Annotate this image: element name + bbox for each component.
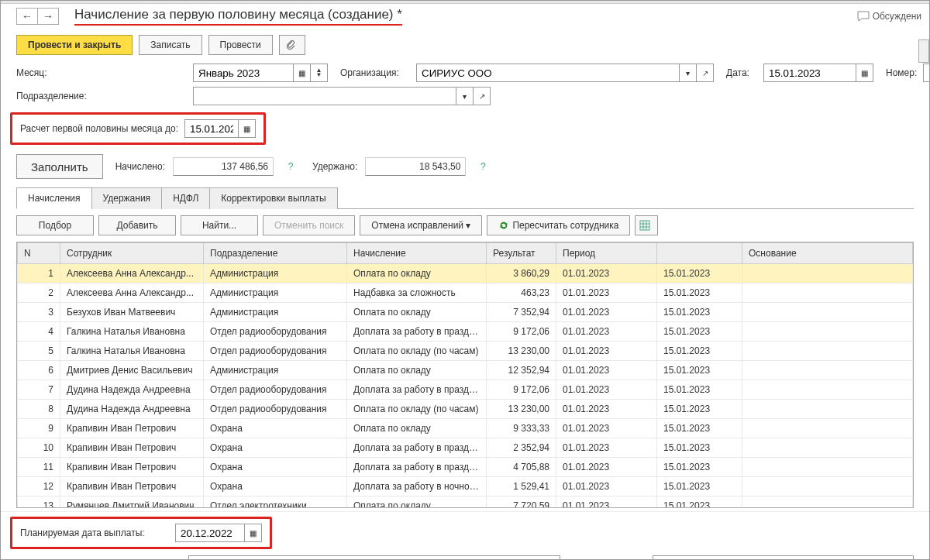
chat-icon xyxy=(857,11,870,22)
table-row[interactable]: 4Галкина Наталья ИвановнаОтдел радиообор… xyxy=(18,322,913,342)
table-row[interactable]: 12Крапивин Иван ПетровичОхранаДоплата за… xyxy=(18,477,913,496)
side-panel-toggle[interactable] xyxy=(918,40,929,63)
table-row[interactable]: 5Галкина Наталья ИвановнаОтдел радиообор… xyxy=(18,342,913,361)
col-department[interactable]: Подразделение xyxy=(204,243,347,264)
accruals-table[interactable]: N Сотрудник Подразделение Начисление Рез… xyxy=(16,242,914,508)
col-n[interactable]: N xyxy=(18,243,60,264)
table-row[interactable]: 2Алексеева Анна Александр...Администраци… xyxy=(18,283,913,303)
table-row[interactable]: 1Алексеева Анна Александр...Администраци… xyxy=(18,264,913,283)
table-row[interactable]: 3Безухов Иван МатвеевичАдминистрацияОпла… xyxy=(18,303,913,322)
number-label: Номер: xyxy=(886,67,917,78)
month-spinner[interactable]: ▲▼ xyxy=(311,64,328,82)
planned-date-calendar-button[interactable]: ▦ xyxy=(245,524,262,542)
col-accrual[interactable]: Начисление xyxy=(347,243,487,264)
calc-until-label: Расчет первой половины месяца до: xyxy=(20,123,178,134)
save-button[interactable]: Записать xyxy=(139,35,202,55)
month-label: Месяц: xyxy=(16,67,86,78)
table-row[interactable]: 7Дудина Надежда АндреевнаОтдел радиообор… xyxy=(18,380,913,400)
tabs: Начисления Удержания НДФЛ Корректировки … xyxy=(16,187,914,209)
department-dropdown-button[interactable]: ▾ xyxy=(456,87,474,105)
table-row[interactable]: 6Дмитриев Денис ВасильевичАдминистрацияО… xyxy=(18,361,913,380)
org-dropdown-button[interactable]: ▾ xyxy=(680,64,697,82)
department-label: Подразделение: xyxy=(16,91,171,101)
org-field[interactable] xyxy=(416,64,680,82)
find-button[interactable]: Найти... xyxy=(181,215,258,235)
accrued-value: 137 486,56 xyxy=(173,157,274,176)
nav-back-button[interactable]: ← xyxy=(16,8,38,25)
help-icon[interactable]: ? xyxy=(284,161,297,172)
fill-button[interactable]: Заполнить xyxy=(16,154,103,179)
select-button[interactable]: Подбор xyxy=(16,215,94,235)
table-row[interactable]: 13Румянцев Дмитрий ИвановичОтдел электро… xyxy=(18,496,913,509)
month-calendar-button[interactable]: ▦ xyxy=(294,64,311,82)
tab-corrections[interactable]: Корректировки выплаты xyxy=(209,187,337,209)
table-row[interactable]: 10Крапивин Иван ПетровичОхранаДоплата за… xyxy=(18,438,913,458)
col-period[interactable]: Период xyxy=(556,243,657,264)
number-field[interactable] xyxy=(923,64,930,82)
date-calendar-button[interactable]: ▦ xyxy=(856,64,873,82)
calc-until-calendar-button[interactable]: ▦ xyxy=(239,119,256,138)
grid-icon xyxy=(639,220,650,231)
calc-until-highlight: Расчет первой половины месяца до: ▦ xyxy=(10,112,266,145)
page-title: Начисление за первую половину месяца (со… xyxy=(74,7,402,26)
responsible-field[interactable] xyxy=(653,555,914,560)
help-icon[interactable]: ? xyxy=(477,161,489,172)
tab-withholdings[interactable]: Удержания xyxy=(91,187,163,209)
tab-accruals[interactable]: Начисления xyxy=(16,187,92,209)
paperclip-icon xyxy=(285,40,296,50)
tab-ndfl[interactable]: НДФЛ xyxy=(161,187,210,209)
department-field[interactable] xyxy=(193,87,456,105)
col-employee[interactable]: Сотрудник xyxy=(60,243,204,264)
date-field[interactable] xyxy=(763,64,856,82)
svg-rect-0 xyxy=(640,221,649,230)
planned-date-label: Планируемая дата выплаты: xyxy=(20,527,175,538)
planned-date-field[interactable] xyxy=(175,524,245,542)
nav-forward-button[interactable]: → xyxy=(37,8,59,25)
planned-date-highlight: Планируемая дата выплаты: ▦ xyxy=(10,517,272,549)
accrued-label: Начислено: xyxy=(115,161,165,172)
col-reason[interactable]: Основание xyxy=(742,243,913,264)
discuss-link[interactable]: Обсуждени xyxy=(857,11,921,22)
org-label: Организация: xyxy=(340,67,410,78)
cancel-search-button: Отменить поиск xyxy=(263,215,355,235)
table-row[interactable]: 9Крапивин Иван ПетровичОхранаОплата по о… xyxy=(18,419,913,438)
org-open-button[interactable]: ↗ xyxy=(697,64,714,82)
withheld-label: Удержано: xyxy=(312,161,357,172)
col-period-end[interactable] xyxy=(657,243,742,264)
recalc-button[interactable]: Пересчитать сотрудника xyxy=(487,215,630,235)
col-result[interactable]: Результат xyxy=(487,243,556,264)
cancel-fixes-button[interactable]: Отмена исправлений ▾ xyxy=(360,215,482,235)
comment-field[interactable] xyxy=(188,555,560,560)
table-row[interactable]: 8Дудина Надежда АндреевнаОтдел радиообор… xyxy=(18,400,913,419)
month-field[interactable] xyxy=(193,64,294,82)
post-button[interactable]: Провести xyxy=(208,35,273,55)
calc-until-field[interactable] xyxy=(184,119,239,138)
post-and-close-button[interactable]: Провести и закрыть xyxy=(16,35,133,55)
date-label: Дата: xyxy=(726,67,757,78)
table-row[interactable]: 11Крапивин Иван ПетровичОхранаДоплата за… xyxy=(18,458,913,477)
withheld-value: 18 543,50 xyxy=(365,157,466,176)
attach-button[interactable] xyxy=(279,35,305,55)
add-button[interactable]: Добавить xyxy=(98,215,176,235)
department-open-button[interactable]: ↗ xyxy=(474,87,491,105)
refresh-icon xyxy=(498,220,509,231)
table-settings-button[interactable] xyxy=(635,215,658,235)
